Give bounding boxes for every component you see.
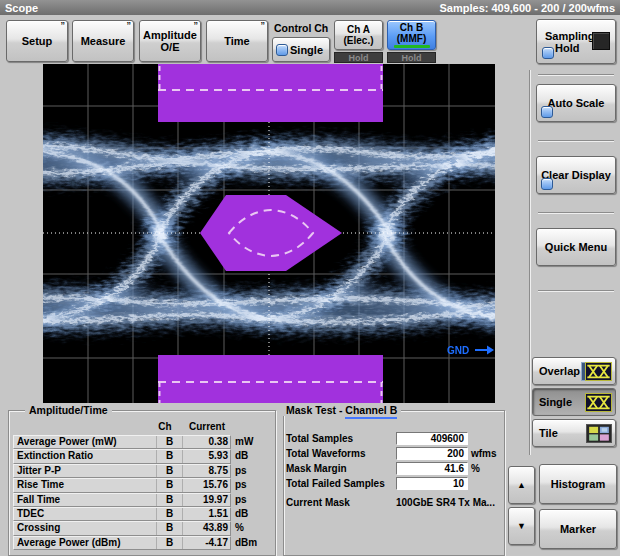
checkbox-icon[interactable] (541, 106, 553, 118)
overlap-eye-icon (581, 362, 612, 381)
table-row: Jitter P-PB8.75 ps (13, 464, 273, 478)
amplitude-time-panel: Amplitude/Time Ch Current Average Power … (8, 410, 276, 556)
mask-stat-label: Mask Margin (286, 463, 396, 474)
mask-test-title: Mask Test - Channel B (282, 404, 401, 416)
menu-corner-icon: ” (61, 19, 66, 31)
eye-diagram-icon (585, 393, 612, 412)
mask-stat-label: Total Failed Samples (286, 478, 396, 489)
auto-scale-button[interactable]: Auto Scale (536, 84, 616, 122)
top-mask (158, 64, 383, 122)
table-row: Extinction RatioB5.93 dB (13, 449, 273, 463)
scroll-down-button[interactable]: ▼ (508, 507, 535, 545)
setup-button[interactable]: ” Setup (6, 20, 68, 62)
measurement-table: Average Power (mW)B0.38 mW Extinction Ra… (13, 435, 273, 550)
mask-test-table: Total Samples 409600 Total Waveforms 200… (286, 431, 502, 510)
measurement-label: Extinction Ratio (14, 450, 156, 462)
channel-a-button[interactable]: Ch A (Elec.) (334, 20, 383, 50)
scroll-up-button[interactable]: ▲ (508, 466, 535, 504)
measure-button[interactable]: ” Measure (72, 20, 134, 62)
checkbox-icon[interactable] (542, 47, 554, 59)
measurement-channel: B (156, 508, 182, 520)
mask-stat-value: 41.6 (396, 462, 468, 475)
table-row: CrossingB43.89 % (13, 521, 273, 535)
histogram-label: Histogram (551, 478, 605, 490)
table-row: TDECB1.51 dB (13, 507, 273, 521)
ch-b-sublabel: (MMF) (397, 33, 426, 44)
measurement-channel: B (156, 450, 182, 462)
measurement-label: Average Power (mW) (14, 436, 156, 448)
measurement-value: 15.76 (182, 479, 230, 491)
mask-stat-value: 409600 (396, 432, 468, 445)
amplitude-time-title: Amplitude/Time (25, 404, 112, 416)
measurement-label: TDEC (14, 508, 156, 520)
histogram-button[interactable]: Histogram (539, 464, 617, 504)
app-title: Scope (5, 2, 38, 14)
mask-stat-label: Total Waveforms (286, 448, 396, 459)
mask-row: Total Failed Samples 10 (286, 476, 502, 491)
measure-label: Measure (81, 35, 126, 47)
checkbox-icon[interactable] (541, 178, 553, 190)
measurement-channel: B (156, 537, 182, 549)
measurement-channel: B (156, 436, 182, 448)
mask-row: Total Samples 409600 (286, 431, 502, 446)
measurement-value: 19.97 (182, 494, 230, 506)
scope-app: Scope Samples: 409,600 - 200 / 200wfms ”… (0, 0, 620, 556)
control-ch-single-button[interactable]: Single (272, 37, 330, 62)
marker-button[interactable]: Marker (539, 509, 617, 549)
menu-corner-icon: ” (194, 19, 199, 31)
amplitude-oe-button[interactable]: ” Amplitude O/E (139, 20, 201, 62)
mask-test-channel-link[interactable]: Channel B (345, 404, 397, 419)
channel-a-hold-button[interactable]: Hold (334, 52, 383, 63)
time-button[interactable]: ” Time (206, 20, 268, 62)
mask-test-title-prefix: Mask Test - (286, 404, 345, 416)
divider (538, 212, 614, 214)
overlap-view-button[interactable]: Overlap (532, 357, 616, 385)
mask-stat-unit: % (468, 463, 502, 474)
setup-label: Setup (22, 35, 53, 47)
sampling-hold-button[interactable]: Sampling Hold (536, 19, 616, 64)
measurement-value: -4.17 (182, 537, 230, 549)
gnd-label: GND (447, 345, 469, 356)
current-mask-value: 100GbE SR4 Tx Ma... (396, 497, 502, 508)
measurement-unit: dB (231, 449, 248, 463)
mask-row: Mask Margin 41.6 % (286, 461, 502, 476)
eye-diagram-display: GND (43, 64, 495, 403)
measurement-unit: ps (231, 493, 247, 507)
measurement-unit: ps (231, 464, 247, 478)
mask-stat-label: Current Mask (286, 497, 396, 508)
down-arrow-icon: ▼ (517, 520, 526, 532)
control-ch-label: Control Ch (274, 22, 328, 34)
divider (538, 74, 614, 76)
tile-view-button[interactable]: Tile (532, 419, 616, 447)
checkbox-icon[interactable] (276, 44, 288, 56)
measurement-label: Jitter P-P (14, 465, 156, 477)
measurement-unit: dB (231, 507, 248, 521)
quick-menu-button[interactable]: Quick Menu (536, 228, 616, 266)
channel-b-button[interactable]: Ch B (MMF) (387, 20, 436, 50)
single-view-button[interactable]: Single (532, 388, 616, 416)
measurement-channel: B (156, 522, 182, 534)
measurement-channel: B (156, 465, 182, 477)
sidebar-divider (529, 70, 531, 455)
measurement-value: 1.51 (182, 508, 230, 520)
tile-grid-icon (586, 424, 612, 443)
measurement-label: Rise Time (14, 479, 156, 491)
up-arrow-icon: ▲ (517, 479, 526, 491)
mask-stat-value: 200 (396, 447, 468, 460)
channel-b-hold-button[interactable]: Hold (387, 52, 436, 63)
measurement-channel: B (156, 479, 182, 491)
table-row: Rise TimeB15.76 ps (13, 478, 273, 492)
measurement-channel: B (156, 494, 182, 506)
table-row: Average Power (dBm)B-4.17 dBm (13, 536, 273, 550)
column-header-current: Current (179, 421, 235, 432)
mask-stat-label: Total Samples (286, 433, 396, 444)
active-channel-indicator (394, 45, 430, 48)
divider (538, 140, 614, 142)
amplitude-label2: O/E (161, 41, 180, 53)
column-header-ch: Ch (151, 421, 179, 432)
measurement-value: 5.93 (182, 450, 230, 462)
ch-b-label: Ch B (400, 22, 423, 33)
samples-status: Samples: 409,600 - 200 / 200wfms (440, 2, 616, 14)
clear-display-button[interactable]: Clear Display (536, 156, 616, 194)
ch-a-sublabel: (Elec.) (343, 35, 373, 46)
